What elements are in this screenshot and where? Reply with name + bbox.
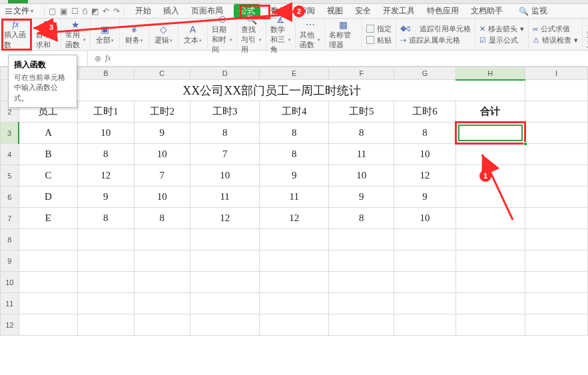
cell-r5-c1[interactable]: C [19,165,77,187]
cell-I7[interactable] [525,208,587,229]
cell-r9-c2[interactable] [78,250,135,272]
ribbon-group-财务[interactable]: ¥财务▾ [120,19,149,50]
error-check-button[interactable]: ⚠错误检查▾ [533,35,578,45]
cell-H7[interactable] [455,208,525,229]
col-header-C[interactable]: C [134,67,190,80]
cell-r6-c5[interactable]: 11 [260,187,329,208]
cell-r5-c4[interactable]: 10 [190,165,260,187]
file-menu[interactable]: 文件 ▾ [3,5,36,17]
header-cell-工时6[interactable]: 工时6 [394,101,455,123]
cell-r11-c5[interactable] [260,293,329,314]
menu-特色应用[interactable]: 特色应用 [426,4,460,18]
remove-arrows-button[interactable]: ✕移去箭头▾ [479,24,524,34]
row-header-12[interactable]: 12 [1,314,19,336]
cell-r11-c1[interactable] [19,293,77,314]
cell-r8-c9[interactable] [525,229,587,250]
trace-precedents-button[interactable]: �ே追踪引用单元格 [400,24,471,34]
cell-r9-c8[interactable] [455,250,525,272]
cell-r6-c7[interactable]: 9 [394,187,455,208]
cell-r8-c8[interactable] [455,229,525,250]
row-header-4[interactable]: 4 [1,144,19,165]
menu-安全[interactable]: 安全 [354,4,372,18]
row-header-6[interactable]: 6 [1,187,19,208]
menu-审阅[interactable]: 审阅 [298,4,316,18]
cell-r7-c3[interactable]: 8 [134,208,190,229]
cell-r10-c1[interactable] [19,272,77,293]
cell-r4-c6[interactable]: 11 [329,144,394,165]
cell-r11-c2[interactable] [78,293,135,314]
ribbon-group-其他函数[interactable]: ⋯其他函数▾ [296,19,325,50]
cell-H6[interactable] [455,187,525,208]
cell-H5[interactable] [455,165,525,187]
name-manager-button[interactable]: ▦ 名称管理器 [325,19,362,50]
cell-H4[interactable] [455,144,525,165]
insert-function-button[interactable]: fx 插入函数 [0,19,32,50]
cell-r8-c2[interactable] [78,229,135,250]
cell-r11-c8[interactable] [455,293,525,314]
row-header-5[interactable]: 5 [1,165,19,187]
col-header-E[interactable]: E [260,67,329,80]
ribbon-group-文本[interactable]: A文本▾ [178,19,208,50]
menu-开始[interactable]: 开始 [134,4,152,18]
qa-open-icon[interactable]: ▣ [60,7,67,16]
title-cell[interactable]: XX公司XX部门员工一周工时统计 [19,80,525,101]
cell-r4-c3[interactable]: 10 [134,144,190,165]
col-header-D[interactable]: D [190,67,260,80]
qa-preview-icon[interactable]: ◩ [91,7,99,16]
cell-H3[interactable] [455,123,525,144]
cell-r9-c6[interactable] [329,250,394,272]
cell-I1[interactable] [525,80,587,101]
cell-r12-c9[interactable] [525,314,587,336]
cell-r12-c4[interactable] [190,314,260,336]
qa-new-icon[interactable]: ▢ [49,7,56,16]
qa-redo-icon[interactable]: ↷ [113,7,120,16]
cell-r7-c6[interactable]: 8 [329,208,394,229]
col-header-I[interactable]: I [525,67,587,80]
header-cell-工时4[interactable]: 工时4 [260,101,329,123]
ribbon-group-自动求和[interactable]: Σ自动求和▾ [32,19,61,50]
formula-input[interactable] [118,51,588,66]
cell-r10-c8[interactable] [455,272,525,293]
cell-r10-c4[interactable] [190,272,260,293]
cell-r9-c9[interactable] [525,250,587,272]
cell-r11-c6[interactable] [329,293,394,314]
cell-r6-c3[interactable]: 10 [134,187,190,208]
menu-视图[interactable]: 视图 [326,4,344,18]
cell-r8-c6[interactable] [329,229,394,250]
ribbon-group-查找与引用[interactable]: 🔍查找与引用▾ [237,19,266,50]
cell-I4[interactable] [525,144,587,165]
cell-r7-c7[interactable]: 10 [394,208,455,229]
row-header-3[interactable]: 3 [1,123,19,144]
cell-r4-c4[interactable]: 7 [190,144,260,165]
grid-table[interactable]: B C D E F G H I 1XX公司XX部门员工一周工时统计2员工工时1工… [0,67,588,336]
paste-button[interactable]: 粘贴 [366,35,392,45]
cell-r6-c2[interactable]: 9 [78,187,135,208]
cell-r12-c8[interactable] [455,314,525,336]
row-header-7[interactable]: 7 [1,208,19,229]
cell-r11-c7[interactable] [394,293,455,314]
cell-r7-c4[interactable]: 12 [190,208,260,229]
cell-r12-c3[interactable] [134,314,190,336]
qa-save-icon[interactable]: ☐ [71,7,79,16]
header-cell-工时3[interactable]: 工时3 [190,101,260,123]
cell-r3-c2[interactable]: 10 [78,123,135,144]
cell-r3-c6[interactable]: 8 [329,123,394,144]
cell-r7-c2[interactable]: 8 [78,208,135,229]
cell-r5-c7[interactable]: 12 [394,165,455,187]
row-header-9[interactable]: 9 [1,250,19,272]
cell-r9-c5[interactable] [260,250,329,272]
col-header-G[interactable]: G [394,67,455,80]
evaluate-formula-button[interactable]: ∞公式求值 [533,24,578,34]
cell-r3-c4[interactable]: 8 [190,123,260,144]
ribbon-group-数学和三角[interactable]: ∡数学和三角▾ [266,19,296,50]
qa-print-icon[interactable]: ⎙ [83,7,87,16]
cell-r12-c5[interactable] [260,314,329,336]
cell-r3-c3[interactable]: 9 [134,123,190,144]
cell-r6-c4[interactable]: 11 [190,187,260,208]
watch-entry[interactable]: 🔍 监视 [519,5,547,17]
header-cell-工时2[interactable]: 工时2 [134,101,190,123]
ribbon-group-逻辑[interactable]: ◇逻辑▾ [149,19,178,50]
cell-r5-c3[interactable]: 7 [134,165,190,187]
cell-r10-c7[interactable] [394,272,455,293]
cell-r11-c9[interactable] [525,293,587,314]
